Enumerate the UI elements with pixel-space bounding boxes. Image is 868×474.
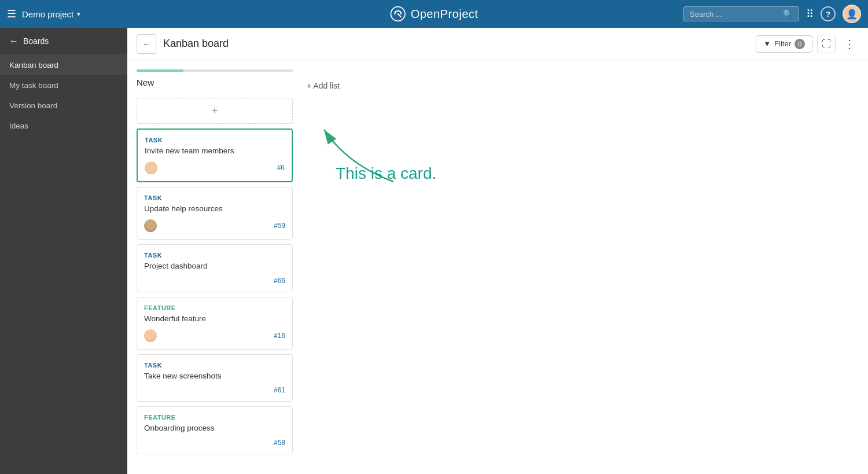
filter-label: Filter <box>774 39 791 48</box>
top-navigation: ☰ Demo project ▾ OpenProject 🔍 ⠿ ? 👤 <box>0 0 868 28</box>
card-type-label: TASK <box>144 362 285 369</box>
column-progress-bar <box>137 69 293 72</box>
page-layout: ← Boards Kanban board My task board Vers… <box>0 28 868 474</box>
header-actions: ▼ Filter 0 ⛶ ⋮ <box>756 35 859 53</box>
filter-count-badge: 0 <box>795 39 805 49</box>
user-avatar[interactable]: 👤 <box>843 5 861 23</box>
expand-icon: ⛶ <box>822 39 831 49</box>
column-progress-fill <box>137 69 183 72</box>
back-arrow-icon: ← <box>9 36 19 46</box>
board-content: New + TASK Invite new team members #6 <box>127 60 868 474</box>
card-type-label: TASK <box>144 194 285 201</box>
card-title: Wonderful feature <box>144 314 285 325</box>
card-footer: #66 <box>144 277 285 285</box>
main-content: ← Kanban board ▼ Filter 0 ⛶ ⋮ <box>127 28 868 474</box>
sidebar-item-version[interactable]: Version board <box>0 95 127 116</box>
sidebar-back-button[interactable]: ← Boards <box>0 28 127 55</box>
card-id: #59 <box>274 222 285 230</box>
search-input[interactable] <box>690 10 779 19</box>
table-row[interactable]: TASK Project dashboard #66 <box>137 244 293 292</box>
annotation-text: This is a card. <box>336 164 436 183</box>
card-title: Onboarding process <box>144 423 285 434</box>
card-id: #16 <box>274 332 285 340</box>
table-row[interactable]: TASK Update help resources #59 <box>137 187 293 240</box>
table-row[interactable]: TASK Take new screenshots #61 <box>137 354 293 402</box>
project-selector[interactable]: Demo project ▾ <box>22 9 80 19</box>
card-footer: #58 <box>144 439 285 447</box>
app-name-label: OpenProject <box>411 8 479 21</box>
project-name: Demo project <box>22 9 73 19</box>
board-back-button[interactable]: ← <box>137 34 156 54</box>
column-title: New <box>137 78 293 87</box>
table-row[interactable]: FEATURE Wonderful feature #16 <box>137 297 293 350</box>
filter-button[interactable]: ▼ Filter 0 <box>756 35 812 53</box>
avatar-face: 👤 <box>844 6 860 22</box>
more-options-icon: ⋮ <box>844 37 855 51</box>
card-title: Project dashboard <box>144 261 285 272</box>
avatar <box>145 161 157 174</box>
sidebar-back-label: Boards <box>23 36 49 46</box>
search-box[interactable]: 🔍 <box>683 6 799 21</box>
avatar-image <box>144 329 157 342</box>
sidebar-item-ideas[interactable]: Ideas <box>0 116 127 136</box>
card-footer: #16 <box>144 329 285 342</box>
board-title: Kanban board <box>163 38 229 50</box>
avatar <box>144 219 157 232</box>
annotation-arrow-svg <box>289 95 492 222</box>
sidebar: ← Boards Kanban board My task board Vers… <box>0 28 127 474</box>
card-type-label: TASK <box>144 252 285 259</box>
svg-line-1 <box>398 14 401 17</box>
expand-button[interactable]: ⛶ <box>817 35 836 53</box>
table-row[interactable]: FEATURE Onboarding process #58 <box>137 406 293 454</box>
card-type-label: FEATURE <box>144 414 285 421</box>
card-id: #6 <box>277 164 285 172</box>
more-options-button[interactable]: ⋮ <box>840 35 859 53</box>
card-footer: #61 <box>144 386 285 394</box>
filter-icon: ▼ <box>763 39 771 48</box>
card-footer: #59 <box>144 219 285 232</box>
card-title: Update help resources <box>144 204 285 215</box>
avatar-image <box>144 219 157 232</box>
hamburger-icon[interactable]: ☰ <box>7 8 16 20</box>
card-type-label: FEATURE <box>144 304 285 311</box>
card-id: #58 <box>274 439 285 447</box>
topnav-right-section: 🔍 ⠿ ? 👤 <box>683 5 861 23</box>
openproject-logo-icon <box>390 6 406 22</box>
card-id: #66 <box>274 277 285 285</box>
sidebar-item-my-task[interactable]: My task board <box>0 75 127 95</box>
avatar-image <box>145 161 157 174</box>
add-list-label: + Add list <box>307 81 340 90</box>
help-icon-label: ? <box>826 10 830 19</box>
main-header: ← Kanban board ▼ Filter 0 ⛶ ⋮ <box>127 28 868 60</box>
table-row[interactable]: TASK Invite new team members #6 <box>137 128 293 182</box>
card-footer: #6 <box>145 161 285 174</box>
card-id: #61 <box>274 386 285 394</box>
card-title: Take new screenshots <box>144 371 285 382</box>
add-list-button[interactable]: + Add list <box>302 78 344 94</box>
add-card-button[interactable]: + <box>137 98 293 124</box>
app-logo: OpenProject <box>390 6 479 22</box>
annotation-overlay: This is a card. <box>289 95 492 225</box>
board-back-icon: ← <box>142 39 150 49</box>
search-icon: 🔍 <box>783 9 793 19</box>
column-new: New + TASK Invite new team members #6 <box>137 69 293 454</box>
project-caret-icon: ▾ <box>77 10 80 18</box>
avatar <box>144 329 157 342</box>
sidebar-item-kanban[interactable]: Kanban board <box>0 55 127 75</box>
grid-icon[interactable]: ⠿ <box>806 8 814 20</box>
column-cards: TASK Invite new team members #6 TASK Upd… <box>137 128 293 454</box>
help-button[interactable]: ? <box>821 6 836 21</box>
column-header: New <box>137 69 293 98</box>
card-type-label: TASK <box>145 137 285 144</box>
card-title: Invite new team members <box>145 146 285 157</box>
